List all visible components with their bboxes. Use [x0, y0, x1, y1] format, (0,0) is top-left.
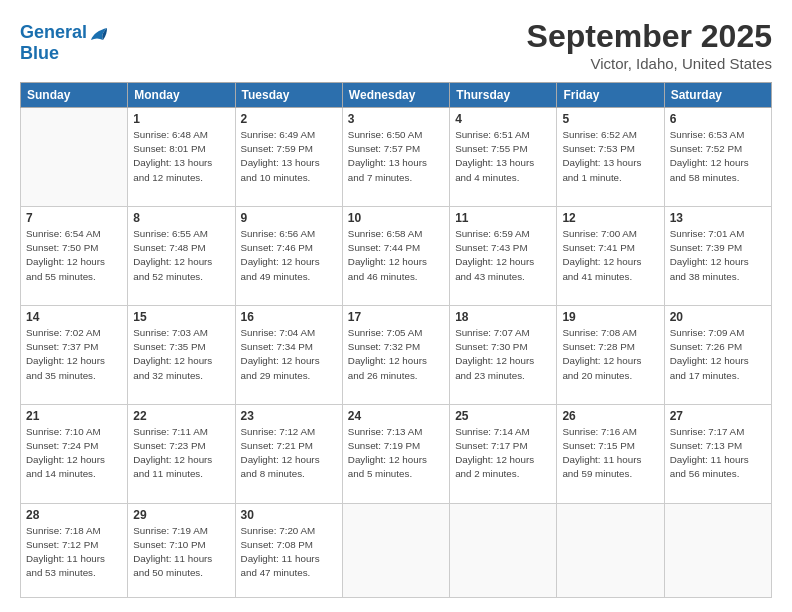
table-row: 26Sunrise: 7:16 AM Sunset: 7:15 PM Dayli…: [557, 404, 664, 503]
day-number: 9: [241, 211, 337, 225]
day-info: Sunrise: 7:03 AM Sunset: 7:35 PM Dayligh…: [133, 326, 229, 383]
title-section: September 2025 Victor, Idaho, United Sta…: [527, 18, 772, 72]
table-row: 30Sunrise: 7:20 AM Sunset: 7:08 PM Dayli…: [235, 503, 342, 597]
day-number: 21: [26, 409, 122, 423]
table-row: 2Sunrise: 6:49 AM Sunset: 7:59 PM Daylig…: [235, 108, 342, 207]
header-saturday: Saturday: [664, 83, 771, 108]
day-number: 12: [562, 211, 658, 225]
table-row: 3Sunrise: 6:50 AM Sunset: 7:57 PM Daylig…: [342, 108, 449, 207]
logo: General Blue: [20, 22, 107, 64]
day-number: 24: [348, 409, 444, 423]
day-info: Sunrise: 7:10 AM Sunset: 7:24 PM Dayligh…: [26, 425, 122, 482]
header-wednesday: Wednesday: [342, 83, 449, 108]
table-row: 13Sunrise: 7:01 AM Sunset: 7:39 PM Dayli…: [664, 206, 771, 305]
table-row: 14Sunrise: 7:02 AM Sunset: 7:37 PM Dayli…: [21, 305, 128, 404]
day-info: Sunrise: 7:05 AM Sunset: 7:32 PM Dayligh…: [348, 326, 444, 383]
location: Victor, Idaho, United States: [527, 55, 772, 72]
table-row: 16Sunrise: 7:04 AM Sunset: 7:34 PM Dayli…: [235, 305, 342, 404]
table-row: [21, 108, 128, 207]
table-row: 18Sunrise: 7:07 AM Sunset: 7:30 PM Dayli…: [450, 305, 557, 404]
day-number: 29: [133, 508, 229, 522]
day-info: Sunrise: 7:08 AM Sunset: 7:28 PM Dayligh…: [562, 326, 658, 383]
page: General Blue September 2025 Victor, Idah…: [0, 0, 792, 612]
day-number: 19: [562, 310, 658, 324]
day-info: Sunrise: 6:53 AM Sunset: 7:52 PM Dayligh…: [670, 128, 766, 185]
table-row: 10Sunrise: 6:58 AM Sunset: 7:44 PM Dayli…: [342, 206, 449, 305]
day-info: Sunrise: 7:11 AM Sunset: 7:23 PM Dayligh…: [133, 425, 229, 482]
table-row: 21Sunrise: 7:10 AM Sunset: 7:24 PM Dayli…: [21, 404, 128, 503]
day-number: 22: [133, 409, 229, 423]
day-info: Sunrise: 6:56 AM Sunset: 7:46 PM Dayligh…: [241, 227, 337, 284]
day-info: Sunrise: 6:51 AM Sunset: 7:55 PM Dayligh…: [455, 128, 551, 185]
day-info: Sunrise: 6:49 AM Sunset: 7:59 PM Dayligh…: [241, 128, 337, 185]
day-number: 26: [562, 409, 658, 423]
table-row: 25Sunrise: 7:14 AM Sunset: 7:17 PM Dayli…: [450, 404, 557, 503]
header-thursday: Thursday: [450, 83, 557, 108]
logo-text-line1: General: [20, 23, 87, 43]
logo-bird-icon: [89, 22, 107, 44]
day-number: 2: [241, 112, 337, 126]
day-info: Sunrise: 7:19 AM Sunset: 7:10 PM Dayligh…: [133, 524, 229, 581]
day-number: 30: [241, 508, 337, 522]
top-section: General Blue September 2025 Victor, Idah…: [20, 18, 772, 72]
day-info: Sunrise: 7:14 AM Sunset: 7:17 PM Dayligh…: [455, 425, 551, 482]
calendar-table: Sunday Monday Tuesday Wednesday Thursday…: [20, 82, 772, 598]
day-info: Sunrise: 7:18 AM Sunset: 7:12 PM Dayligh…: [26, 524, 122, 581]
day-number: 6: [670, 112, 766, 126]
day-info: Sunrise: 7:00 AM Sunset: 7:41 PM Dayligh…: [562, 227, 658, 284]
header-monday: Monday: [128, 83, 235, 108]
day-info: Sunrise: 6:55 AM Sunset: 7:48 PM Dayligh…: [133, 227, 229, 284]
table-row: [664, 503, 771, 597]
table-row: 22Sunrise: 7:11 AM Sunset: 7:23 PM Dayli…: [128, 404, 235, 503]
table-row: 6Sunrise: 6:53 AM Sunset: 7:52 PM Daylig…: [664, 108, 771, 207]
day-info: Sunrise: 6:48 AM Sunset: 8:01 PM Dayligh…: [133, 128, 229, 185]
month-title: September 2025: [527, 18, 772, 55]
day-info: Sunrise: 6:58 AM Sunset: 7:44 PM Dayligh…: [348, 227, 444, 284]
day-info: Sunrise: 7:04 AM Sunset: 7:34 PM Dayligh…: [241, 326, 337, 383]
table-row: 12Sunrise: 7:00 AM Sunset: 7:41 PM Dayli…: [557, 206, 664, 305]
table-row: 29Sunrise: 7:19 AM Sunset: 7:10 PM Dayli…: [128, 503, 235, 597]
day-info: Sunrise: 6:59 AM Sunset: 7:43 PM Dayligh…: [455, 227, 551, 284]
day-info: Sunrise: 7:12 AM Sunset: 7:21 PM Dayligh…: [241, 425, 337, 482]
table-row: 8Sunrise: 6:55 AM Sunset: 7:48 PM Daylig…: [128, 206, 235, 305]
day-number: 18: [455, 310, 551, 324]
day-number: 27: [670, 409, 766, 423]
table-row: 5Sunrise: 6:52 AM Sunset: 7:53 PM Daylig…: [557, 108, 664, 207]
day-info: Sunrise: 6:52 AM Sunset: 7:53 PM Dayligh…: [562, 128, 658, 185]
day-number: 5: [562, 112, 658, 126]
table-row: 9Sunrise: 6:56 AM Sunset: 7:46 PM Daylig…: [235, 206, 342, 305]
table-row: [450, 503, 557, 597]
day-info: Sunrise: 7:09 AM Sunset: 7:26 PM Dayligh…: [670, 326, 766, 383]
table-row: 15Sunrise: 7:03 AM Sunset: 7:35 PM Dayli…: [128, 305, 235, 404]
table-row: [557, 503, 664, 597]
table-row: 4Sunrise: 6:51 AM Sunset: 7:55 PM Daylig…: [450, 108, 557, 207]
day-number: 16: [241, 310, 337, 324]
day-number: 28: [26, 508, 122, 522]
table-row: 11Sunrise: 6:59 AM Sunset: 7:43 PM Dayli…: [450, 206, 557, 305]
day-info: Sunrise: 7:17 AM Sunset: 7:13 PM Dayligh…: [670, 425, 766, 482]
day-info: Sunrise: 7:02 AM Sunset: 7:37 PM Dayligh…: [26, 326, 122, 383]
calendar-header: Sunday Monday Tuesday Wednesday Thursday…: [21, 83, 772, 108]
day-info: Sunrise: 7:01 AM Sunset: 7:39 PM Dayligh…: [670, 227, 766, 284]
header-tuesday: Tuesday: [235, 83, 342, 108]
day-number: 7: [26, 211, 122, 225]
table-row: 28Sunrise: 7:18 AM Sunset: 7:12 PM Dayli…: [21, 503, 128, 597]
header-row: Sunday Monday Tuesday Wednesday Thursday…: [21, 83, 772, 108]
day-info: Sunrise: 6:54 AM Sunset: 7:50 PM Dayligh…: [26, 227, 122, 284]
day-number: 10: [348, 211, 444, 225]
table-row: 24Sunrise: 7:13 AM Sunset: 7:19 PM Dayli…: [342, 404, 449, 503]
day-number: 8: [133, 211, 229, 225]
day-info: Sunrise: 7:07 AM Sunset: 7:30 PM Dayligh…: [455, 326, 551, 383]
day-number: 13: [670, 211, 766, 225]
table-row: 17Sunrise: 7:05 AM Sunset: 7:32 PM Dayli…: [342, 305, 449, 404]
calendar-body: 1Sunrise: 6:48 AM Sunset: 8:01 PM Daylig…: [21, 108, 772, 598]
day-number: 14: [26, 310, 122, 324]
day-info: Sunrise: 7:13 AM Sunset: 7:19 PM Dayligh…: [348, 425, 444, 482]
table-row: 23Sunrise: 7:12 AM Sunset: 7:21 PM Dayli…: [235, 404, 342, 503]
day-number: 20: [670, 310, 766, 324]
day-number: 25: [455, 409, 551, 423]
header-friday: Friday: [557, 83, 664, 108]
day-number: 11: [455, 211, 551, 225]
table-row: 20Sunrise: 7:09 AM Sunset: 7:26 PM Dayli…: [664, 305, 771, 404]
table-row: 7Sunrise: 6:54 AM Sunset: 7:50 PM Daylig…: [21, 206, 128, 305]
